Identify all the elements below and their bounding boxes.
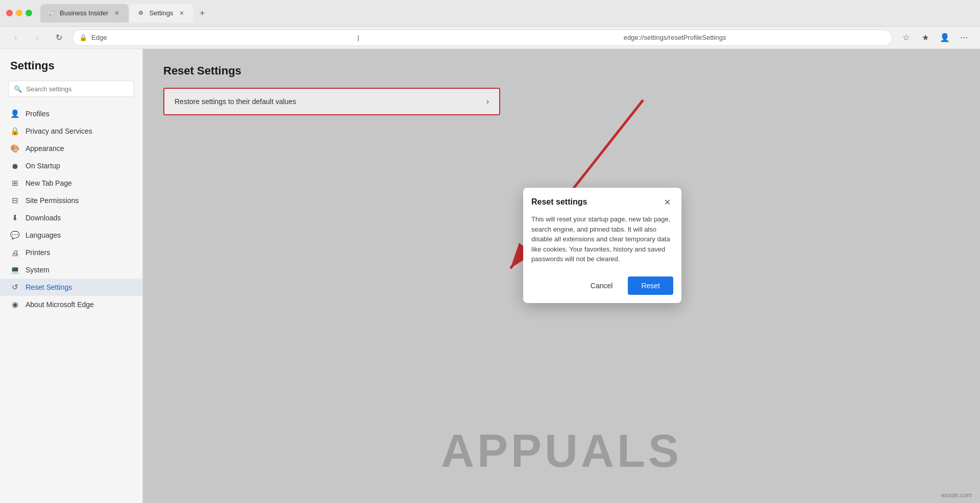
sidebar-item-startup[interactable]: ⏺ On Startup <box>0 157 142 174</box>
new-tab-button[interactable]: + <box>194 6 210 21</box>
dialog-header: Reset settings ✕ <box>523 188 681 212</box>
sidebar-label-sitepermissions: Site Permissions <box>26 196 79 205</box>
tab-favicon-settings: ⚙ <box>137 9 145 17</box>
sidebar-item-privacy[interactable]: 🔒 Privacy and Services <box>0 122 142 140</box>
profiles-icon: 👤 <box>10 109 19 118</box>
sidebar-label-appearance: Appearance <box>26 144 64 153</box>
profile-button[interactable]: 👤 <box>937 30 952 45</box>
refresh-button[interactable]: ↻ <box>51 30 66 45</box>
about-icon: ◉ <box>10 300 19 309</box>
back-button[interactable]: ‹ <box>8 30 23 45</box>
sidebar-label-printers: Printers <box>26 248 50 257</box>
dialog-title: Reset settings <box>531 197 587 207</box>
dialog-close-button[interactable]: ✕ <box>661 196 673 208</box>
sidebar-label-startup: On Startup <box>26 162 60 170</box>
collections-button[interactable]: ★ <box>918 30 933 45</box>
cancel-button[interactable]: Cancel <box>580 276 623 295</box>
sidebar-item-resetsettings[interactable]: ↺ Reset Settings <box>0 279 142 296</box>
sidebar-item-system[interactable]: 💻 System <box>0 261 142 279</box>
bookmark-button[interactable]: ☆ <box>898 30 914 45</box>
sidebar-item-sitepermissions[interactable]: ⊟ Site Permissions <box>0 192 142 209</box>
address-url: edge://settings/resetProfileSettings <box>624 34 886 41</box>
sidebar-item-printers[interactable]: 🖨 Printers <box>0 244 142 261</box>
languages-icon: 💬 <box>10 231 19 240</box>
sidebar-label-system: System <box>26 266 50 274</box>
address-separator: | <box>357 34 619 41</box>
sidebar: Settings 🔍 👤 Profiles 🔒 Privacy and Serv… <box>0 49 143 503</box>
search-box[interactable]: 🔍 <box>8 81 134 97</box>
title-bar: 📰 Business Insider ✕ ⚙ Settings ✕ + <box>0 0 980 27</box>
sidebar-label-downloads: Downloads <box>26 214 61 222</box>
sidebar-label-about: About Microsoft Edge <box>26 300 94 309</box>
reset-button[interactable]: Reset <box>628 276 673 295</box>
tab-settings[interactable]: ⚙ Settings ✕ <box>130 4 193 22</box>
dialog-footer: Cancel Reset <box>523 272 681 303</box>
settings-title: Settings <box>0 59 142 81</box>
resetsettings-icon: ↺ <box>10 283 19 292</box>
tab-label-settings: Settings <box>149 9 173 17</box>
appearance-icon: 🎨 <box>10 144 19 153</box>
tab-favicon-business-insider: 📰 <box>47 9 56 17</box>
sidebar-label-privacy: Privacy and Services <box>26 127 92 135</box>
traffic-lights <box>6 10 32 16</box>
newtab-icon: ⊞ <box>10 179 19 188</box>
sidebar-item-downloads[interactable]: ⬇ Downloads <box>0 209 142 227</box>
nav-bar: ‹ › ↻ 🔒 Edge | edge://settings/resetProf… <box>0 27 980 49</box>
printers-icon: 🖨 <box>10 248 19 257</box>
tab-business-insider[interactable]: 📰 Business Insider ✕ <box>40 4 129 22</box>
tab-close-business-insider[interactable]: ✕ <box>112 9 121 18</box>
downloads-icon: ⬇ <box>10 213 19 222</box>
tab-close-settings[interactable]: ✕ <box>177 9 186 18</box>
maximize-button[interactable] <box>26 10 32 16</box>
address-icon: 🔒 <box>79 34 87 41</box>
address-bar[interactable]: 🔒 Edge | edge://settings/resetProfileSet… <box>72 30 892 46</box>
browser-label: Edge <box>91 34 353 41</box>
reset-settings-dialog: Reset settings ✕ This will reset your st… <box>523 188 681 303</box>
system-icon: 💻 <box>10 265 19 274</box>
sidebar-item-newtab[interactable]: ⊞ New Tab Page <box>0 174 142 192</box>
dialog-overlay: Reset settings ✕ This will reset your st… <box>143 49 980 503</box>
sitepermissions-icon: ⊟ <box>10 196 19 205</box>
minimize-button[interactable] <box>16 10 22 16</box>
forward-button[interactable]: › <box>30 30 45 45</box>
tab-label-business-insider: Business Insider <box>60 9 108 17</box>
sidebar-label-newtab: New Tab Page <box>26 179 72 187</box>
search-icon: 🔍 <box>14 85 22 93</box>
search-input[interactable] <box>26 85 129 93</box>
sidebar-label-languages: Languages <box>26 231 61 239</box>
tabs-area: 📰 Business Insider ✕ ⚙ Settings ✕ + <box>40 4 974 22</box>
nav-actions: ☆ ★ 👤 ⋯ <box>898 30 972 45</box>
dialog-body: This will reset your startup page, new t… <box>523 212 681 272</box>
menu-button[interactable]: ⋯ <box>957 30 972 45</box>
startup-icon: ⏺ <box>10 161 19 170</box>
sidebar-label-resetsettings: Reset Settings <box>26 283 72 291</box>
sidebar-item-appearance[interactable]: 🎨 Appearance <box>0 140 142 157</box>
sidebar-item-languages[interactable]: 💬 Languages <box>0 227 142 244</box>
sidebar-item-about[interactable]: ◉ About Microsoft Edge <box>0 296 142 313</box>
close-button[interactable] <box>6 10 13 16</box>
sidebar-item-profiles[interactable]: 👤 Profiles <box>0 105 142 122</box>
privacy-icon: 🔒 <box>10 127 19 136</box>
sidebar-label-profiles: Profiles <box>26 110 50 118</box>
